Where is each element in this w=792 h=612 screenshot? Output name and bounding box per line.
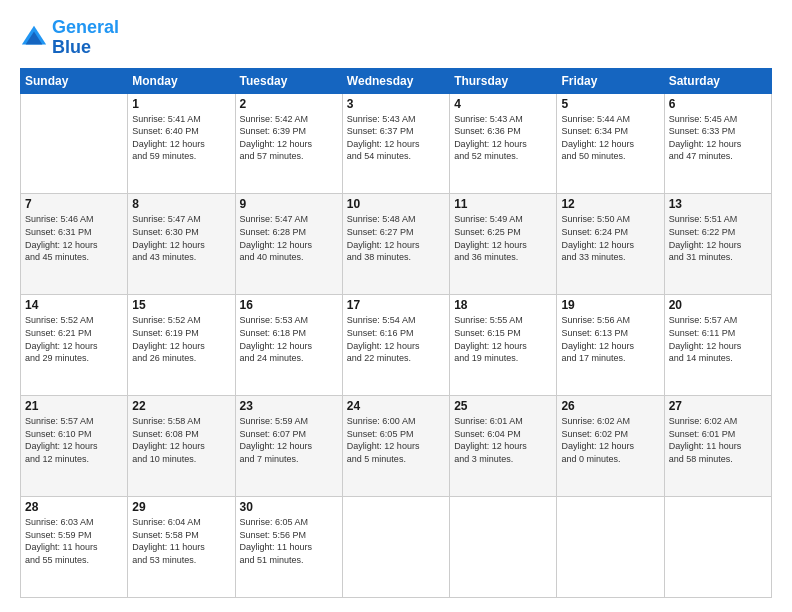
cell-info: Sunrise: 6:02 AM Sunset: 6:02 PM Dayligh…: [561, 415, 659, 465]
cell-info: Sunrise: 5:54 AM Sunset: 6:16 PM Dayligh…: [347, 314, 445, 364]
calendar-cell: 4Sunrise: 5:43 AM Sunset: 6:36 PM Daylig…: [450, 93, 557, 194]
cell-info: Sunrise: 5:51 AM Sunset: 6:22 PM Dayligh…: [669, 213, 767, 263]
day-number: 20: [669, 298, 767, 312]
calendar-cell: 22Sunrise: 5:58 AM Sunset: 6:08 PM Dayli…: [128, 396, 235, 497]
calendar-cell: 12Sunrise: 5:50 AM Sunset: 6:24 PM Dayli…: [557, 194, 664, 295]
calendar-cell: 26Sunrise: 6:02 AM Sunset: 6:02 PM Dayli…: [557, 396, 664, 497]
day-header-monday: Monday: [128, 68, 235, 93]
calendar-cell: 30Sunrise: 6:05 AM Sunset: 5:56 PM Dayli…: [235, 497, 342, 598]
calendar-cell: 15Sunrise: 5:52 AM Sunset: 6:19 PM Dayli…: [128, 295, 235, 396]
page: General Blue SundayMondayTuesdayWednesda…: [0, 0, 792, 612]
cell-info: Sunrise: 6:02 AM Sunset: 6:01 PM Dayligh…: [669, 415, 767, 465]
cell-info: Sunrise: 5:57 AM Sunset: 6:11 PM Dayligh…: [669, 314, 767, 364]
day-number: 6: [669, 97, 767, 111]
calendar-week-5: 28Sunrise: 6:03 AM Sunset: 5:59 PM Dayli…: [21, 497, 772, 598]
cell-info: Sunrise: 5:56 AM Sunset: 6:13 PM Dayligh…: [561, 314, 659, 364]
calendar-cell: 18Sunrise: 5:55 AM Sunset: 6:15 PM Dayli…: [450, 295, 557, 396]
calendar-cell: 24Sunrise: 6:00 AM Sunset: 6:05 PM Dayli…: [342, 396, 449, 497]
calendar-cell: 14Sunrise: 5:52 AM Sunset: 6:21 PM Dayli…: [21, 295, 128, 396]
calendar-cell: 7Sunrise: 5:46 AM Sunset: 6:31 PM Daylig…: [21, 194, 128, 295]
cell-info: Sunrise: 5:47 AM Sunset: 6:28 PM Dayligh…: [240, 213, 338, 263]
day-number: 21: [25, 399, 123, 413]
logo-icon: [20, 24, 48, 52]
cell-info: Sunrise: 5:41 AM Sunset: 6:40 PM Dayligh…: [132, 113, 230, 163]
cell-info: Sunrise: 5:43 AM Sunset: 6:36 PM Dayligh…: [454, 113, 552, 163]
day-number: 29: [132, 500, 230, 514]
day-header-thursday: Thursday: [450, 68, 557, 93]
calendar-cell: [557, 497, 664, 598]
day-number: 10: [347, 197, 445, 211]
calendar-cell: 5Sunrise: 5:44 AM Sunset: 6:34 PM Daylig…: [557, 93, 664, 194]
day-header-friday: Friday: [557, 68, 664, 93]
day-number: 22: [132, 399, 230, 413]
calendar-cell: 1Sunrise: 5:41 AM Sunset: 6:40 PM Daylig…: [128, 93, 235, 194]
day-number: 4: [454, 97, 552, 111]
cell-info: Sunrise: 5:44 AM Sunset: 6:34 PM Dayligh…: [561, 113, 659, 163]
calendar-cell: 27Sunrise: 6:02 AM Sunset: 6:01 PM Dayli…: [664, 396, 771, 497]
day-number: 7: [25, 197, 123, 211]
calendar-cell: 8Sunrise: 5:47 AM Sunset: 6:30 PM Daylig…: [128, 194, 235, 295]
calendar-cell: 3Sunrise: 5:43 AM Sunset: 6:37 PM Daylig…: [342, 93, 449, 194]
day-number: 27: [669, 399, 767, 413]
day-number: 12: [561, 197, 659, 211]
cell-info: Sunrise: 5:50 AM Sunset: 6:24 PM Dayligh…: [561, 213, 659, 263]
cell-info: Sunrise: 6:04 AM Sunset: 5:58 PM Dayligh…: [132, 516, 230, 566]
cell-info: Sunrise: 5:58 AM Sunset: 6:08 PM Dayligh…: [132, 415, 230, 465]
calendar-cell: 17Sunrise: 5:54 AM Sunset: 6:16 PM Dayli…: [342, 295, 449, 396]
cell-info: Sunrise: 6:03 AM Sunset: 5:59 PM Dayligh…: [25, 516, 123, 566]
cell-info: Sunrise: 5:46 AM Sunset: 6:31 PM Dayligh…: [25, 213, 123, 263]
calendar-table: SundayMondayTuesdayWednesdayThursdayFrid…: [20, 68, 772, 598]
calendar-cell: 11Sunrise: 5:49 AM Sunset: 6:25 PM Dayli…: [450, 194, 557, 295]
day-number: 2: [240, 97, 338, 111]
day-number: 15: [132, 298, 230, 312]
day-number: 24: [347, 399, 445, 413]
cell-info: Sunrise: 5:48 AM Sunset: 6:27 PM Dayligh…: [347, 213, 445, 263]
cell-info: Sunrise: 5:49 AM Sunset: 6:25 PM Dayligh…: [454, 213, 552, 263]
day-header-wednesday: Wednesday: [342, 68, 449, 93]
day-number: 30: [240, 500, 338, 514]
cell-info: Sunrise: 5:52 AM Sunset: 6:19 PM Dayligh…: [132, 314, 230, 364]
day-number: 17: [347, 298, 445, 312]
calendar-cell: 2Sunrise: 5:42 AM Sunset: 6:39 PM Daylig…: [235, 93, 342, 194]
day-number: 1: [132, 97, 230, 111]
calendar-week-2: 7Sunrise: 5:46 AM Sunset: 6:31 PM Daylig…: [21, 194, 772, 295]
day-number: 8: [132, 197, 230, 211]
cell-info: Sunrise: 5:52 AM Sunset: 6:21 PM Dayligh…: [25, 314, 123, 364]
calendar-cell: 20Sunrise: 5:57 AM Sunset: 6:11 PM Dayli…: [664, 295, 771, 396]
cell-info: Sunrise: 5:47 AM Sunset: 6:30 PM Dayligh…: [132, 213, 230, 263]
cell-info: Sunrise: 5:45 AM Sunset: 6:33 PM Dayligh…: [669, 113, 767, 163]
header: General Blue: [20, 18, 772, 58]
day-number: 25: [454, 399, 552, 413]
day-number: 23: [240, 399, 338, 413]
calendar-cell: [664, 497, 771, 598]
cell-info: Sunrise: 6:01 AM Sunset: 6:04 PM Dayligh…: [454, 415, 552, 465]
day-number: 9: [240, 197, 338, 211]
calendar-cell: 29Sunrise: 6:04 AM Sunset: 5:58 PM Dayli…: [128, 497, 235, 598]
calendar-week-1: 1Sunrise: 5:41 AM Sunset: 6:40 PM Daylig…: [21, 93, 772, 194]
calendar-week-3: 14Sunrise: 5:52 AM Sunset: 6:21 PM Dayli…: [21, 295, 772, 396]
day-number: 28: [25, 500, 123, 514]
calendar-cell: 28Sunrise: 6:03 AM Sunset: 5:59 PM Dayli…: [21, 497, 128, 598]
day-number: 11: [454, 197, 552, 211]
calendar-cell: [450, 497, 557, 598]
calendar-cell: [342, 497, 449, 598]
calendar-cell: [21, 93, 128, 194]
calendar-cell: 23Sunrise: 5:59 AM Sunset: 6:07 PM Dayli…: [235, 396, 342, 497]
day-header-sunday: Sunday: [21, 68, 128, 93]
calendar-header-row: SundayMondayTuesdayWednesdayThursdayFrid…: [21, 68, 772, 93]
logo: General Blue: [20, 18, 119, 58]
cell-info: Sunrise: 5:57 AM Sunset: 6:10 PM Dayligh…: [25, 415, 123, 465]
calendar-cell: 21Sunrise: 5:57 AM Sunset: 6:10 PM Dayli…: [21, 396, 128, 497]
calendar-cell: 25Sunrise: 6:01 AM Sunset: 6:04 PM Dayli…: [450, 396, 557, 497]
day-header-saturday: Saturday: [664, 68, 771, 93]
day-number: 19: [561, 298, 659, 312]
logo-text: General Blue: [52, 18, 119, 58]
cell-info: Sunrise: 6:05 AM Sunset: 5:56 PM Dayligh…: [240, 516, 338, 566]
cell-info: Sunrise: 5:53 AM Sunset: 6:18 PM Dayligh…: [240, 314, 338, 364]
cell-info: Sunrise: 5:42 AM Sunset: 6:39 PM Dayligh…: [240, 113, 338, 163]
cell-info: Sunrise: 6:00 AM Sunset: 6:05 PM Dayligh…: [347, 415, 445, 465]
calendar-cell: 16Sunrise: 5:53 AM Sunset: 6:18 PM Dayli…: [235, 295, 342, 396]
calendar-cell: 10Sunrise: 5:48 AM Sunset: 6:27 PM Dayli…: [342, 194, 449, 295]
cell-info: Sunrise: 5:55 AM Sunset: 6:15 PM Dayligh…: [454, 314, 552, 364]
day-number: 3: [347, 97, 445, 111]
